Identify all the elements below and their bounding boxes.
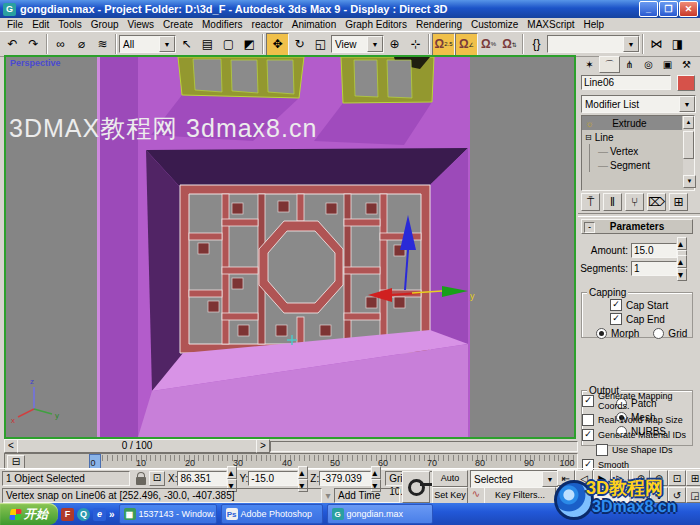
select-and-link-icon[interactable]: ∞	[50, 34, 71, 55]
checkbox-checked-icon[interactable]: ✓	[610, 299, 622, 311]
select-and-rotate-icon[interactable]: ↻	[289, 34, 310, 55]
window-crossing-icon[interactable]: ◩	[239, 34, 260, 55]
snaps-toggle-icon[interactable]: Ω2.5	[432, 33, 455, 56]
chevron-down-icon[interactable]: ▼	[623, 36, 639, 52]
tab-utilities[interactable]: ⚒	[677, 57, 696, 72]
taskbar-item-image-viewer[interactable]: ▦ 1537143 - Window...	[119, 504, 217, 524]
time-slider-track[interactable]	[270, 441, 578, 452]
chevron-down-icon[interactable]: ▼	[367, 36, 383, 52]
quick-launch-1-icon[interactable]: F	[61, 508, 74, 521]
object-color-swatch[interactable]	[677, 75, 695, 91]
stack-item-segment[interactable]: — Segment	[589, 158, 682, 172]
make-unique-icon[interactable]: ⑂	[625, 193, 644, 211]
remove-modifier-icon[interactable]: ⌦	[647, 193, 666, 211]
bind-to-space-warp-icon[interactable]: ≋	[92, 34, 113, 55]
collapse-icon[interactable]: ⊟	[585, 133, 592, 142]
select-and-move-icon[interactable]: ✥	[266, 33, 289, 56]
menu-customize[interactable]: Customize	[467, 19, 522, 30]
scrollbar-thumb[interactable]	[683, 131, 694, 159]
checkbox-checked-icon[interactable]: ✓	[582, 395, 594, 407]
menu-create[interactable]: Create	[159, 19, 197, 30]
show-end-result-icon[interactable]: ‖	[603, 193, 622, 211]
viewport-label[interactable]: Perspective	[10, 58, 61, 68]
chevron-down-icon[interactable]: ▼	[679, 96, 695, 112]
quick-launch-3-icon[interactable]: e	[93, 508, 106, 521]
default-in-out-tangent-icon[interactable]: ∿	[470, 488, 482, 499]
x-spin-up-icon[interactable]: ▴	[227, 466, 237, 479]
segments-field[interactable]	[631, 261, 677, 276]
selection-lock-icon[interactable]	[134, 473, 147, 485]
y-spin-up-icon[interactable]: ▴	[298, 466, 308, 479]
real-world-checkbox[interactable]: Real-World Map Size	[582, 414, 696, 426]
configure-modifier-sets-icon[interactable]: ⊞	[669, 193, 688, 211]
set-keys-button[interactable]	[402, 471, 430, 503]
lattice-window-model[interactable]	[180, 185, 430, 353]
menu-edit[interactable]: Edit	[28, 19, 53, 30]
selection-set-dropdown[interactable]: Selected ▼	[470, 470, 559, 488]
edit-named-selection-sets-icon[interactable]: {}	[526, 34, 547, 55]
add-time-tag[interactable]: Add Time Tag	[334, 488, 400, 503]
menu-tools[interactable]: Tools	[54, 19, 85, 30]
start-button[interactable]: 开始	[0, 503, 58, 525]
named-selection-sets-dropdown[interactable]: ▼	[547, 35, 640, 53]
close-button[interactable]: ✕	[679, 1, 698, 17]
use-pivot-center-icon[interactable]: ⊕	[384, 34, 405, 55]
stack-item-line[interactable]: ⊟ Line	[582, 130, 682, 144]
checkbox-unchecked-icon[interactable]	[582, 414, 594, 426]
menu-graph-editors[interactable]: Graph Editors	[341, 19, 411, 30]
tab-create[interactable]: ✶	[580, 57, 599, 72]
select-object-icon[interactable]: ↖	[176, 34, 197, 55]
gen-material-checkbox[interactable]: ✓ Generate Material IDs	[582, 429, 696, 441]
chevron-down-icon[interactable]: ▼	[159, 36, 175, 52]
menu-file[interactable]: File	[3, 19, 27, 30]
menu-maxscript[interactable]: MAXScript	[523, 19, 578, 30]
quick-launch-2-icon[interactable]: Q	[77, 508, 90, 521]
tab-motion[interactable]: ◎	[639, 57, 658, 72]
z-coordinate-field[interactable]	[319, 471, 371, 486]
time-slider-handle[interactable]: 0 / 100	[17, 439, 257, 453]
grid-radio[interactable]: Grid	[653, 328, 687, 339]
undo-icon[interactable]: ↶	[2, 34, 23, 55]
stack-item-vertex[interactable]: — Vertex	[589, 144, 682, 158]
tab-modify[interactable]: ⌒	[599, 56, 620, 73]
radio-on-icon[interactable]	[596, 328, 607, 339]
redo-icon[interactable]: ↷	[23, 34, 44, 55]
unlink-selection-icon[interactable]: ⌀	[71, 34, 92, 55]
tab-hierarchy[interactable]: ⋔	[620, 57, 639, 72]
y-coordinate-field[interactable]	[248, 471, 298, 486]
key-filters-button[interactable]: Key Filters...	[484, 487, 556, 504]
gen-mapping-checkbox[interactable]: ✓ Generate Mapping Coords.	[582, 391, 696, 411]
align-icon[interactable]: ◨	[667, 34, 688, 55]
select-and-manipulate-icon[interactable]: ⊹	[405, 34, 426, 55]
auto-key-button[interactable]: Auto Key	[432, 470, 468, 487]
modifier-list-dropdown[interactable]: Modifier List ▼	[581, 95, 696, 113]
morph-radio[interactable]: Morph	[596, 328, 639, 339]
notification-arrow-icon[interactable]: ▾	[322, 490, 334, 501]
set-key-button[interactable]: Set Key	[432, 487, 468, 504]
radio-off-icon[interactable]	[653, 328, 664, 339]
percent-snap-icon[interactable]: Ω%	[478, 34, 499, 55]
checkbox-unchecked-icon[interactable]	[596, 444, 608, 456]
use-shape-checkbox[interactable]: Use Shape IDs	[596, 444, 696, 456]
menu-group[interactable]: Group	[87, 19, 123, 30]
select-by-name-icon[interactable]: ▤	[197, 34, 218, 55]
checkbox-checked-icon[interactable]: ✓	[582, 429, 594, 441]
quick-launch-overflow-icon[interactable]: »	[109, 509, 115, 520]
mini-curve-editor-icon[interactable]: ⊟	[7, 455, 25, 469]
absolute-mode-icon[interactable]: ⊡	[149, 471, 165, 486]
segments-spin-up-icon[interactable]: ▴	[677, 255, 687, 268]
object-name-field[interactable]	[581, 75, 671, 90]
segments-spin-down-icon[interactable]: ▾	[677, 268, 687, 281]
menu-animation[interactable]: Animation	[288, 19, 340, 30]
parameters-rollout-header[interactable]: - Parameters	[581, 219, 693, 234]
menu-views[interactable]: Views	[124, 19, 159, 30]
tab-display[interactable]: ▣	[658, 57, 677, 72]
rectangular-selection-region-icon[interactable]: ▢	[218, 34, 239, 55]
mirror-icon[interactable]: ⋈	[646, 34, 667, 55]
stack-item-extrude[interactable]: ☼ Extrude	[582, 116, 682, 130]
taskbar-item-gongdian[interactable]: G gongdian.max	[327, 504, 433, 524]
menu-help[interactable]: Help	[580, 19, 609, 30]
reference-coordinate-dropdown[interactable]: View ▼	[331, 35, 384, 53]
scroll-up-icon[interactable]: ▲	[683, 116, 694, 129]
cap-start-checkbox[interactable]: ✓ Cap Start	[610, 299, 692, 311]
